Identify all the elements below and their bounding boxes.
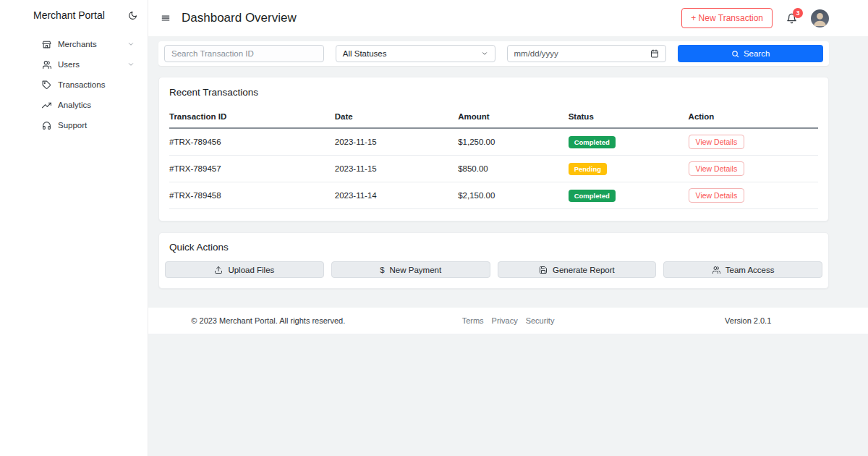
sidebar-item-label: Users [58,60,80,69]
footer-link-terms[interactable]: Terms [462,316,484,325]
transaction-id: #TRX-789458 [169,182,335,209]
transaction-id: #TRX-789457 [169,156,335,182]
upload-files-button[interactable]: Upload Files [165,261,324,278]
tag-icon [42,80,51,90]
quick-action-label: Generate Report [553,266,615,274]
transaction-id: #TRX-789456 [169,128,335,156]
chevron-down-icon [127,41,135,48]
notifications-bell[interactable]: 3 [786,13,797,24]
generate-report-button[interactable]: Generate Report [498,261,657,278]
save-icon [539,266,548,274]
recent-transactions-card: Recent Transactions Transaction ID Date … [158,77,829,221]
chevron-down-icon [481,50,488,57]
topbar: Dashboard Overview + New Transaction 3 [148,0,868,36]
headset-icon [42,121,51,130]
status-badge: Completed [569,190,616,202]
column-header-date: Date [335,106,458,128]
quick-actions-title: Quick Actions [169,242,822,253]
search-button-label: Search [744,49,770,58]
transactions-table: Transaction ID Date Amount Status Action… [169,106,818,209]
quick-actions-row: Upload Files $ New Payment Generate Repo… [165,261,822,278]
chart-icon [42,101,51,110]
footer-links: Terms Privacy Security [388,316,629,325]
notification-count-badge: 3 [793,8,803,18]
footer-version: Version 2.0.1 [628,316,868,325]
quick-actions-card: Quick Actions Upload Files $ New Payment [158,232,829,289]
sidebar-item-support[interactable]: Support [33,115,137,135]
users-icon [42,60,51,69]
page-title: Dashboard Overview [182,11,297,25]
view-details-button[interactable]: View Details [689,161,745,176]
date-value: mm/dd/yyyy [514,49,558,58]
status-badge: Pending [569,163,607,175]
sidebar-item-merchants[interactable]: Merchants [33,34,137,54]
sidebar-item-label: Merchants [58,40,97,48]
filter-bar: All Statuses mm/dd/yyyy Search [158,41,829,66]
transaction-date: 2023-11-15 [335,128,458,156]
upload-icon [214,266,223,274]
sidebar: Merchant Portal Merchants Users [0,0,148,456]
sidebar-item-users[interactable]: Users [33,54,137,75]
topbar-actions: + New Transaction 3 [681,8,829,28]
date-input[interactable]: mm/dd/yyyy [507,45,667,62]
search-button[interactable]: Search [678,45,823,62]
sidebar-item-transactions[interactable]: Transactions [33,75,137,95]
sidebar-item-analytics[interactable]: Analytics [33,95,137,115]
status-select[interactable]: All Statuses [336,45,495,62]
main: Dashboard Overview + New Transaction 3 [148,0,868,456]
sidebar-item-label: Analytics [58,101,91,109]
search-icon [731,50,739,58]
table-row: #TRX-789458 2023-11-14 $2,150.00 Complet… [169,182,818,209]
column-header-action: Action [689,106,818,128]
team-icon [712,266,720,274]
transaction-amount: $2,150.00 [458,182,568,209]
dollar-icon: $ [380,266,384,274]
transaction-date: 2023-11-14 [335,182,458,209]
view-details-button[interactable]: View Details [689,188,745,203]
content: All Statuses mm/dd/yyyy Search [148,36,868,289]
theme-toggle-moon-icon[interactable] [128,11,137,20]
footer-link-security[interactable]: Security [526,316,555,325]
sidebar-item-label: Transactions [58,80,105,89]
search-input[interactable] [164,45,324,62]
menu-icon[interactable] [161,13,171,23]
app-title: Merchant Portal [33,9,105,21]
user-avatar[interactable] [811,9,829,28]
footer-copyright: © 2023 Merchant Portal. All rights reser… [148,316,388,325]
calendar-icon[interactable] [650,49,659,58]
column-header-amount: Amount [458,106,568,128]
table-header-row: Transaction ID Date Amount Status Action [169,106,818,128]
new-transaction-button[interactable]: + New Transaction [681,8,773,28]
quick-action-label: Upload Files [228,266,274,274]
sidebar-nav: Merchants Users Transactions [33,34,137,135]
transaction-amount: $850.00 [458,156,568,182]
table-row: #TRX-789456 2023-11-15 $1,250.00 Complet… [169,128,818,156]
view-details-button[interactable]: View Details [689,135,745,149]
transaction-date: 2023-11-15 [335,156,458,182]
team-access-button[interactable]: Team Access [663,261,822,278]
chevron-down-icon [127,61,135,68]
storefront-icon [42,40,51,49]
new-payment-button[interactable]: $ New Payment [331,261,490,278]
recent-transactions-title: Recent Transactions [169,87,818,98]
sidebar-item-label: Support [58,121,87,130]
status-select-value: All Statuses [343,49,387,58]
table-row: #TRX-789457 2023-11-15 $850.00 Pending V… [169,156,818,182]
status-badge: Completed [569,136,616,148]
quick-action-label: Team Access [726,266,775,274]
sidebar-header: Merchant Portal [33,9,137,21]
quick-action-label: New Payment [390,266,442,274]
app: Merchant Portal Merchants Users [0,0,868,456]
transaction-amount: $1,250.00 [458,128,568,156]
footer-link-privacy[interactable]: Privacy [492,316,518,325]
column-header-transaction-id: Transaction ID [169,106,335,128]
column-header-status: Status [569,106,689,128]
footer: © 2023 Merchant Portal. All rights reser… [148,308,868,334]
